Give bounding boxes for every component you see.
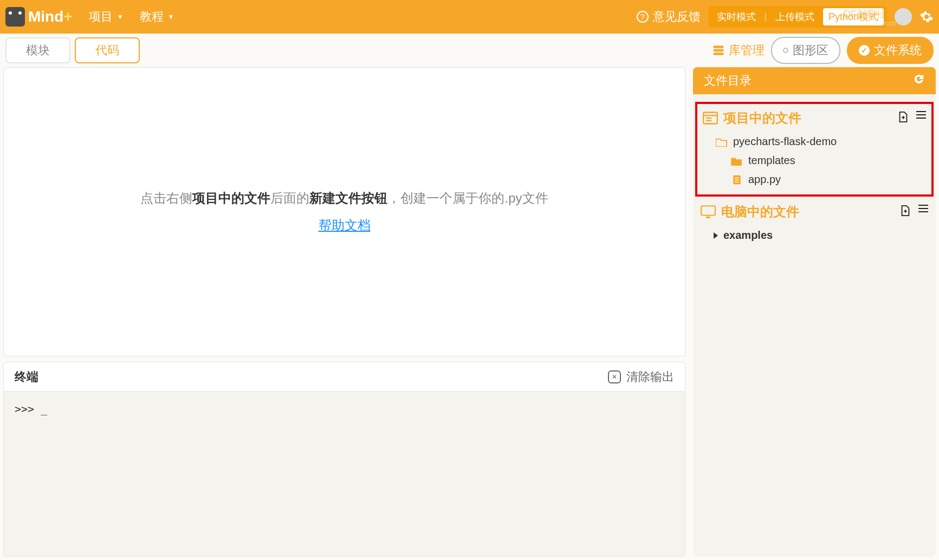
new-file-button-2[interactable]	[900, 205, 911, 219]
help-doc-link[interactable]: 帮助文档	[319, 217, 371, 234]
user-avatar[interactable]	[895, 8, 912, 25]
check-icon: ✓	[859, 45, 870, 56]
feedback-button[interactable]: ? 意见反馈	[637, 9, 701, 25]
database-icon	[711, 43, 726, 57]
mode-realtime-button[interactable]: 实时模式	[711, 8, 761, 25]
section-menu-button-2[interactable]	[918, 205, 928, 219]
svg-rect-2	[713, 53, 724, 55]
clear-icon: ✕	[608, 370, 621, 383]
logo-icon	[5, 7, 25, 27]
secondary-toolbar: 模块 代码 库管理 图形区 ✓ 文件系统	[0, 34, 939, 67]
file-sidebar: 文件目录 项目中的文件	[693, 67, 936, 557]
graphic-area-button[interactable]: 图形区	[771, 37, 840, 64]
tree-folder-root[interactable]: pyecharts-flask-demo	[703, 132, 926, 151]
mode-python-button[interactable]: Python模式	[823, 8, 884, 25]
gear-icon	[919, 10, 934, 24]
project-file-tree: pyecharts-flask-demo templates app.py	[703, 132, 926, 189]
terminal-title: 终端	[15, 369, 38, 385]
menu-project[interactable]: 项目▼	[89, 9, 124, 25]
terminal-panel: 终端 ✕ 清除输出 >>> _	[3, 362, 685, 557]
tree-folder-templates[interactable]: templates	[703, 151, 926, 170]
terminal-header: 终端 ✕ 清除输出	[4, 362, 685, 392]
chevron-down-icon: ▼	[168, 13, 174, 21]
chevron-down-icon: ▼	[117, 13, 124, 21]
dot-icon	[783, 48, 788, 53]
editor-hint-text: 点击右侧项目中的文件后面的新建文件按钮，创建一个属于你的.py文件	[140, 190, 548, 207]
mode-selector: 实时模式 | 上传模式 Python模式	[708, 6, 887, 28]
svg-rect-11	[701, 206, 715, 215]
svg-rect-0	[713, 45, 724, 48]
tab-block[interactable]: 模块	[5, 37, 70, 63]
menu-tutorial[interactable]: 教程▼	[140, 9, 174, 25]
new-file-button[interactable]	[898, 111, 909, 126]
app-logo: Mind+	[5, 7, 73, 27]
computer-files-section: 电脑中的文件 examples	[693, 199, 936, 249]
file-system-button[interactable]: ✓ 文件系统	[847, 37, 934, 64]
tree-file-app[interactable]: app.py	[703, 170, 926, 189]
file-icon	[731, 175, 743, 185]
computer-file-tree: examples	[701, 226, 928, 245]
project-icon	[703, 112, 718, 125]
refresh-icon	[913, 73, 925, 85]
clear-output-button[interactable]: ✕ 清除输出	[608, 369, 674, 385]
question-icon: ?	[637, 11, 649, 23]
project-files-header: 项目中的文件	[703, 109, 926, 127]
folder-open-icon	[716, 137, 728, 147]
terminal-output[interactable]: >>> _	[4, 392, 685, 556]
tab-code[interactable]: 代码	[75, 37, 140, 63]
settings-button[interactable]	[919, 10, 934, 24]
svg-rect-1	[713, 49, 724, 51]
mode-upload-button[interactable]: 上传模式	[770, 8, 820, 25]
project-files-section: 项目中的文件 pyecharts-flask-demo	[695, 102, 934, 197]
main-content: 点击右侧项目中的文件后面的新建文件按钮，创建一个属于你的.py文件 帮助文档 终…	[0, 67, 939, 560]
library-manage-button[interactable]: 库管理	[711, 42, 765, 58]
tree-folder-examples[interactable]: examples	[701, 226, 928, 245]
app-header: Mind+ 项目▼ 教程▼ ? 意见反馈 实时模式 | 上传模式 Python模…	[0, 0, 939, 34]
refresh-button[interactable]	[913, 73, 925, 88]
sidebar-header: 文件目录	[693, 67, 936, 94]
computer-files-header: 电脑中的文件	[701, 203, 928, 220]
monitor-icon	[701, 205, 716, 218]
code-editor-area: 点击右侧项目中的文件后面的新建文件按钮，创建一个属于你的.py文件 帮助文档	[3, 67, 685, 356]
caret-right-icon	[714, 232, 718, 239]
folder-icon	[731, 156, 743, 166]
section-menu-button[interactable]	[916, 111, 926, 126]
logo-text: Mind+	[28, 8, 73, 25]
